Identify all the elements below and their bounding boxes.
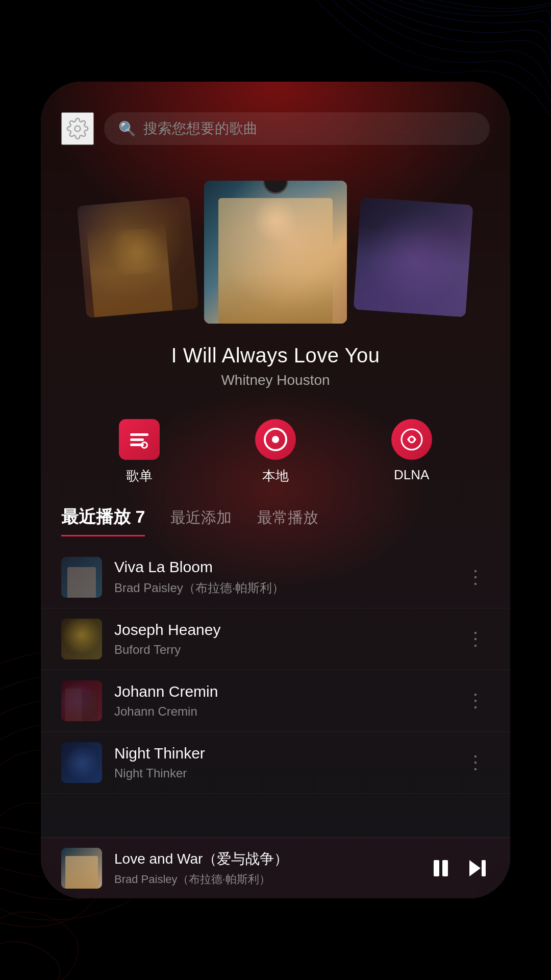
song-artist-1: Brad Paisley（布拉德·帕斯利） — [114, 580, 449, 596]
pause-button[interactable] — [429, 856, 453, 880]
nav-label-playlist: 歌单 — [126, 467, 153, 485]
song-artist-3: Johann Cremin — [114, 704, 449, 719]
song-thumbnail-2 — [61, 619, 102, 659]
song-artist-4: Night Thinker — [114, 766, 449, 780]
song-info-3: Johann Cremin Johann Cremin — [114, 683, 449, 719]
album-card-right[interactable] — [354, 198, 473, 317]
more-button-3[interactable]: ⋮ — [461, 685, 490, 717]
nav-item-dlna[interactable]: DLNA — [391, 419, 432, 485]
song-info-2: Joseph Heaney Buford Terry — [114, 621, 449, 657]
phone-inner: 🔍 搜索您想要的歌曲 — [41, 82, 510, 898]
phone-frame: 🔍 搜索您想要的歌曲 — [41, 82, 510, 898]
album-card-left[interactable] — [77, 197, 198, 318]
tab-most-played[interactable]: 最常播放 — [257, 507, 318, 534]
bar-song-artist: Brad Paisley（布拉德·帕斯利） — [114, 872, 416, 887]
list-item[interactable]: Johann Cremin Johann Cremin ⋮ — [41, 670, 510, 732]
now-playing-bar: Love and War（爱与战争） Brad Paisley（布拉德·帕斯利） — [41, 837, 510, 898]
bar-album-thumb — [61, 848, 102, 889]
song-thumbnail-3 — [61, 680, 102, 721]
svg-point-1 — [410, 437, 414, 442]
next-button[interactable] — [465, 856, 490, 880]
current-song-title: I Will Always Love You — [61, 344, 490, 367]
dlna-icon-button[interactable] — [391, 419, 432, 460]
bar-song-info: Love and War（爱与战争） Brad Paisley（布拉德·帕斯利） — [114, 849, 416, 887]
song-title-3: Johann Cremin — [114, 683, 449, 700]
pause-icon — [429, 856, 453, 880]
song-title-2: Joseph Heaney — [114, 621, 449, 639]
song-list: Viva La Bloom Brad Paisley（布拉德·帕斯利） ⋮ Jo… — [41, 547, 510, 794]
song-thumbnail-1 — [61, 557, 102, 598]
nav-icons-section: 歌单 本地 DLNA — [41, 404, 510, 505]
search-placeholder: 搜索您想要的歌曲 — [143, 119, 258, 138]
nav-label-dlna: DLNA — [394, 467, 429, 483]
current-song-artist: Whitney Houston — [61, 372, 490, 388]
more-button-4[interactable]: ⋮ — [461, 747, 490, 778]
gear-icon — [66, 117, 89, 140]
song-title-4: Night Thinker — [114, 745, 449, 762]
svg-rect-5 — [482, 860, 486, 876]
search-icon: 🔍 — [118, 120, 136, 137]
song-thumbnail-4 — [61, 742, 102, 783]
more-button-1[interactable]: ⋮ — [461, 561, 490, 593]
tabs-row: 最近播放 7 最近添加 最常播放 — [61, 505, 490, 536]
now-playing-info: I Will Always Love You Whitney Houston — [41, 334, 510, 404]
playback-controls — [429, 856, 490, 880]
tab-recent[interactable]: 最近播放 7 — [61, 505, 145, 536]
svg-rect-3 — [442, 860, 448, 876]
song-info-1: Viva La Bloom Brad Paisley（布拉德·帕斯利） — [114, 558, 449, 596]
album-carousel — [41, 160, 510, 334]
search-bar[interactable]: 🔍 搜索您想要的歌曲 — [104, 112, 490, 145]
tab-recent-added[interactable]: 最近添加 — [170, 507, 232, 534]
dlna-icon — [400, 428, 423, 451]
nav-item-local[interactable]: 本地 — [255, 419, 296, 485]
svg-rect-2 — [434, 860, 439, 876]
svg-marker-4 — [469, 860, 481, 876]
next-icon — [465, 856, 490, 880]
tabs-section: 最近播放 7 最近添加 最常播放 — [41, 505, 510, 536]
nav-item-playlist[interactable]: 歌单 — [119, 419, 160, 485]
list-item[interactable]: Viva La Bloom Brad Paisley（布拉德·帕斯利） ⋮ — [41, 547, 510, 608]
playlist-icon-button[interactable] — [119, 419, 160, 460]
list-item[interactable]: Joseph Heaney Buford Terry ⋮ — [41, 608, 510, 670]
nav-label-local: 本地 — [262, 467, 289, 485]
song-info-4: Night Thinker Night Thinker — [114, 745, 449, 780]
song-title-1: Viva La Bloom — [114, 558, 449, 576]
header: 🔍 搜索您想要的歌曲 — [41, 82, 510, 160]
local-icon-button[interactable] — [255, 419, 296, 460]
settings-button[interactable] — [61, 112, 94, 145]
bar-song-title: Love and War（爱与战争） — [114, 849, 416, 869]
album-card-center[interactable] — [204, 181, 347, 324]
list-item[interactable]: Night Thinker Night Thinker ⋮ — [41, 732, 510, 794]
song-artist-2: Buford Terry — [114, 643, 449, 657]
more-button-2[interactable]: ⋮ — [461, 623, 490, 655]
